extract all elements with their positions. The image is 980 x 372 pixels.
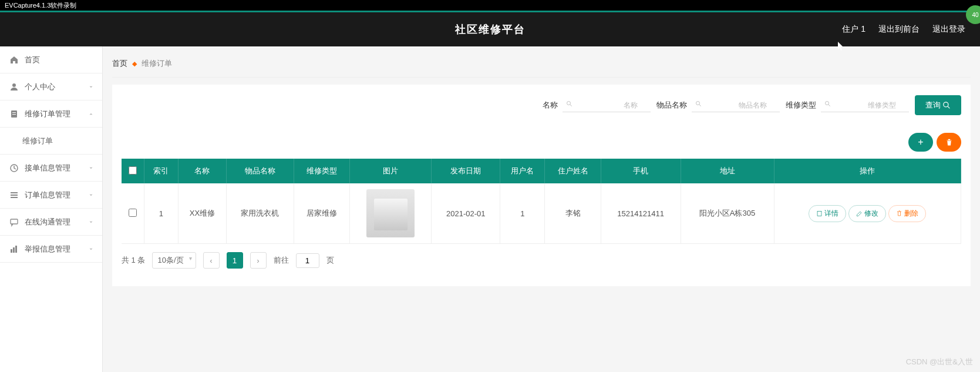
query-button[interactable]: 查询 [915,95,961,115]
sidebar-label: 维修订单管理 [25,109,70,119]
sidebar-item-4[interactable]: 接单信息管理 [0,155,102,182]
trash-icon [896,210,902,217]
add-button[interactable]: + [908,133,933,152]
delete-button[interactable]: 删除 [888,205,926,222]
next-page-button[interactable]: › [250,252,267,269]
cell-user: 1 [500,183,545,244]
edit-button[interactable]: 修改 [848,205,886,222]
filter-label: 物品名称 [656,100,687,110]
sidebar-item-7[interactable]: 举报信息管理 [0,236,102,263]
col-header-8: 住户姓名 [545,159,601,183]
svg-point-12 [567,101,571,105]
query-button-label: 查询 [925,100,941,110]
breadcrumb-sep-icon: ◆ [132,60,137,68]
col-header-1: 索引 [144,159,178,183]
user-icon [9,82,19,92]
breadcrumb: 首页 ◆ 维修订单 [112,53,971,78]
app-title: 社区维修平台 [455,22,526,36]
sidebar-item-6[interactable]: 在线沟通管理 [0,209,102,236]
cell-resident: 李铭 [545,183,601,244]
order-icon [9,109,19,119]
cell-ops: 详情修改删除 [774,183,961,244]
svg-point-18 [944,102,948,106]
table-container: 索引名称物品名称维修类型图片发布日期用户名住户姓名手机地址操作 1XX维修家用洗… [112,159,971,286]
chevron-down-icon [88,246,94,252]
window-titlebar: EVCapture4.1.3软件录制 [0,0,980,11]
chevron-down-icon [88,84,94,90]
goto-page-input[interactable] [296,253,319,268]
logout-link[interactable]: 退出登录 [932,24,965,35]
cell-index: 1 [144,183,178,244]
cell-image [350,183,432,244]
svg-line-13 [570,104,572,106]
svg-rect-10 [13,247,15,253]
bulk-delete-button[interactable] [937,133,961,152]
page-size-select[interactable]: 10条/页 [152,252,196,269]
chevron-up-icon [88,111,94,117]
col-header-7: 用户名 [500,159,545,183]
svg-line-17 [829,104,830,106]
table-row: 1XX维修家用洗衣机居家维修2021-02-011李铭15214121411阳光… [122,183,961,244]
cell-date: 2021-02-01 [432,183,500,244]
sidebar-item-1[interactable]: 个人中心 [0,73,102,100]
filter-group-1: 物品名称 [656,99,780,112]
svg-point-0 [12,83,16,87]
filter-input-2[interactable] [821,99,909,112]
col-header-10: 地址 [681,159,774,183]
sidebar-item-0[interactable]: 首页 [0,46,102,73]
logout-front-link[interactable]: 退出到前台 [878,24,920,35]
filter-group-2: 维修类型 [786,99,909,112]
search-icon [824,100,831,108]
sidebar-item-3[interactable]: 维修订单 [0,128,102,155]
search-icon [566,100,573,108]
watermark: CSDN @出世&入世 [906,357,973,367]
chevron-down-icon [88,165,94,171]
header: 社区维修平台 住户 1 退出到前台 退出登录 40 [0,12,980,46]
col-header-3: 物品名称 [227,159,294,183]
user-label[interactable]: 住户 1 [842,24,866,35]
pagination: 共 1 条 10条/页 ‹ 1 › 前往 页 [122,244,961,277]
col-header-5: 图片 [350,159,432,183]
sidebar-label: 个人中心 [25,82,55,92]
filter-bar: 名称物品名称维修类型 查询 [112,85,971,126]
sidebar-item-5[interactable]: 订单信息管理 [0,182,102,209]
data-table: 索引名称物品名称维修类型图片发布日期用户名住户姓名手机地址操作 1XX维修家用洗… [122,159,961,244]
product-image [366,189,415,237]
svg-line-15 [699,104,701,106]
sidebar-item-2[interactable]: 维修订单管理 [0,100,102,128]
filter-input-0[interactable] [563,99,651,112]
col-header-0 [122,159,144,183]
sidebar-label: 在线沟通管理 [25,217,70,227]
chart-icon [9,244,19,254]
svg-rect-3 [12,114,16,115]
svg-rect-11 [15,246,17,253]
svg-rect-20 [817,211,821,216]
col-header-4: 维修类型 [294,159,349,183]
page-1-button[interactable]: 1 [227,252,243,269]
select-all-checkbox[interactable] [129,166,137,175]
goto-prefix: 前往 [274,255,289,266]
filter-label: 维修类型 [786,100,816,110]
row-checkbox[interactable] [129,209,137,217]
svg-rect-9 [11,249,12,253]
detail-button[interactable]: 详情 [809,205,846,222]
svg-point-16 [826,101,829,105]
sidebar-label: 接单信息管理 [25,163,70,173]
chevron-down-icon [88,192,94,198]
doc-icon [816,210,823,217]
chat-icon [9,217,19,227]
search-icon [943,102,951,109]
cell-phone: 15214121411 [601,183,681,244]
sidebar-label: 订单信息管理 [25,190,70,200]
chevron-down-icon [88,219,94,225]
filter-group-0: 名称 [543,99,651,112]
avatar-badge: 40 [966,5,980,24]
prev-page-button[interactable]: ‹ [203,252,220,269]
svg-rect-6 [11,195,18,196]
breadcrumb-home[interactable]: 首页 [112,58,127,69]
sidebar: 首页个人中心维修订单管理维修订单接单信息管理订单信息管理在线沟通管理举报信息管理 [0,46,103,372]
svg-point-14 [696,101,700,105]
filter-input-1[interactable] [692,99,780,112]
col-header-11: 操作 [774,159,961,183]
breadcrumb-current: 维修订单 [142,58,172,69]
